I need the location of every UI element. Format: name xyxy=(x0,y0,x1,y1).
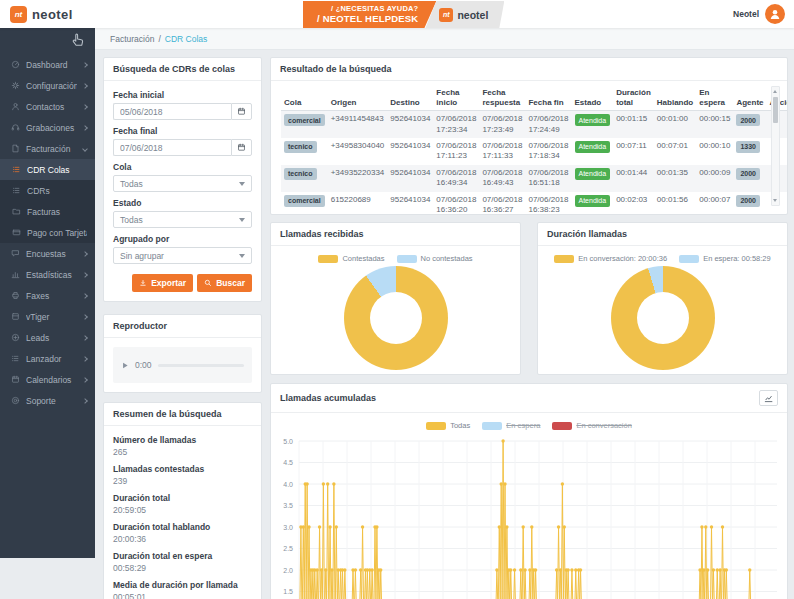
stat-label: Duración total xyxy=(113,493,252,503)
scrollbar-thumb[interactable] xyxy=(773,97,778,123)
brand-name: neotel xyxy=(32,7,73,22)
cell-fecha-respuesta: 07/06/201817:23:49 xyxy=(479,111,525,138)
column-header-fecha-inicio: Fecha inicio xyxy=(433,85,479,111)
fecha-inicial-calendar-button[interactable] xyxy=(231,103,252,120)
field-label-agrupado-por: Agrupado por xyxy=(113,234,252,244)
scroll-down-icon[interactable] xyxy=(773,199,777,202)
cell-origen: +34911454843 xyxy=(328,111,388,138)
legend-item-en-conversacion-20-00-36[interactable]: En conversación: 20:00:36 xyxy=(554,254,667,263)
play-icon[interactable] xyxy=(121,356,129,374)
legend-item-en-conversacion[interactable]: En conversación xyxy=(552,421,631,430)
legend-swatch xyxy=(397,255,417,263)
export-button[interactable]: Exportar xyxy=(132,274,193,292)
chevron-right-icon xyxy=(82,398,88,404)
sidebar-item-encuestas[interactable]: Encuestas xyxy=(0,243,95,264)
helpdesk-banner[interactable]: / ¿NECESITAS AYUDA? / NEOTEL HELPDESK nt… xyxy=(303,1,504,28)
chart-type-toggle-button[interactable] xyxy=(759,390,778,406)
agent-badge: 2000 xyxy=(736,195,760,207)
cell-duracion-total: 00:01:44 xyxy=(613,165,654,192)
legend-item-contestadas[interactable]: Contestadas xyxy=(318,254,384,263)
column-header-hablando: Hablando xyxy=(654,85,696,111)
legend-item-todas[interactable]: Todas xyxy=(426,421,470,430)
agrupado-por-select[interactable]: Sin agrupar xyxy=(113,247,252,264)
cell-destino: 952641034 xyxy=(387,192,433,215)
cell-fecha-inicio: 07/06/201816:36:20 xyxy=(433,192,479,215)
sidebar-item-calendarios[interactable]: Calendarios xyxy=(0,369,95,390)
user-menu[interactable]: Neotel xyxy=(733,0,785,28)
cola-select[interactable]: Todas xyxy=(113,175,252,192)
svg-text:2.5: 2.5 xyxy=(283,545,293,552)
table-row[interactable]: comercial61522068995264103407/06/201816:… xyxy=(281,192,788,215)
agent-badge: 2000 xyxy=(736,114,760,126)
sidebar-menu: DashboardConfiguraciónContactosGrabacion… xyxy=(0,54,95,411)
helpdesk-banner-brand: nt neotel xyxy=(425,1,504,28)
table-scrollbar[interactable] xyxy=(771,86,780,206)
sidebar-item-leads[interactable]: Leads xyxy=(0,327,95,348)
chevron-right-icon xyxy=(82,125,88,131)
fecha-final-calendar-button[interactable] xyxy=(231,139,252,156)
audio-player: 0:00 xyxy=(113,347,252,383)
top-header: nt neotel / ¿NECESITAS AYUDA? / NEOTEL H… xyxy=(0,0,794,28)
hand-pointer-icon[interactable] xyxy=(71,32,86,51)
sidebar-item-cdr-colas[interactable]: CDR Colas xyxy=(0,159,95,180)
cell-duracion-total: 00:01:15 xyxy=(613,111,654,138)
summary-panel-title: Resumen de la búsqueda xyxy=(113,409,222,419)
search-button[interactable]: Buscar xyxy=(197,274,252,292)
stat-duracion-total-en-espera: Duración total en espera00:58:29 xyxy=(113,551,252,573)
fecha-inicial-input[interactable] xyxy=(113,103,231,120)
stat-value: 00:05:01 xyxy=(113,592,252,599)
user-name: Neotel xyxy=(733,9,759,19)
table-row[interactable]: tecnico+3495830404095264103407/06/201817… xyxy=(281,138,788,165)
brand-logo[interactable]: nt neotel xyxy=(10,0,73,28)
sidebar-item-facturas[interactable]: Facturas xyxy=(0,201,95,222)
chevron-down-icon xyxy=(82,146,88,152)
sidebar-item-facturacion[interactable]: Facturación xyxy=(0,138,95,159)
sidebar-item-soporte[interactable]: Soporte xyxy=(0,390,95,411)
selected-value: Todas xyxy=(120,215,143,225)
legend-swatch xyxy=(426,422,446,430)
caret-down-icon xyxy=(239,182,245,186)
sidebar-item-configuracion[interactable]: Configuración xyxy=(0,75,95,96)
column-header-cola: Cola xyxy=(281,85,328,111)
sidebar-item-dashboard[interactable]: Dashboard xyxy=(0,54,95,75)
chevron-right-icon xyxy=(82,356,88,362)
legend-item-no-contestadas[interactable]: No contestadas xyxy=(397,254,473,263)
breadcrumb-section[interactable]: Facturación xyxy=(110,34,154,44)
sidebar-item-faxes[interactable]: Faxes xyxy=(0,285,95,306)
sidebar-item-label: Calendarios xyxy=(26,375,77,385)
legend-label: En conversación: 20:00:36 xyxy=(578,254,667,263)
stat-value: 00:58:29 xyxy=(113,563,252,573)
search-icon xyxy=(204,279,212,287)
sidebar-item-lanzador[interactable]: Lanzador xyxy=(0,348,95,369)
agent-badge: 1330 xyxy=(736,141,760,153)
fecha-final-input[interactable] xyxy=(113,139,231,156)
sidebar-item-cdrs[interactable]: CDRs xyxy=(0,180,95,201)
field-label-fecha-final: Fecha final xyxy=(113,126,252,136)
estado-select[interactable]: Todas xyxy=(113,211,252,228)
legend-label: Todas xyxy=(450,421,470,430)
legend-swatch xyxy=(318,255,338,263)
table-row[interactable]: tecnico+3493522033495264103407/06/201816… xyxy=(281,165,788,192)
legend-item-en-espera-00-58-29[interactable]: En espera: 00:58:29 xyxy=(679,254,771,263)
svg-text:3.5: 3.5 xyxy=(283,502,293,509)
stat-label: Media de duración por llamada xyxy=(113,580,252,590)
table-row[interactable]: comercial+3491145484395264103407/06/2018… xyxy=(281,111,788,138)
sidebar-item-estadisticas[interactable]: Estadísticas xyxy=(0,264,95,285)
legend-swatch xyxy=(554,255,574,263)
player-track[interactable] xyxy=(158,364,244,367)
breadcrumb-current: CDR Colas xyxy=(165,34,208,44)
stat-label: Duración total en espera xyxy=(113,551,252,561)
search-panel: Búsqueda de CDRs de colas Fecha inicialF… xyxy=(103,57,262,302)
scroll-up-icon[interactable] xyxy=(773,90,777,93)
sidebar-item-pago-con-tarjeta[interactable]: Pago con Tarjeta xyxy=(0,222,95,243)
sidebar-item-grabaciones[interactable]: Grabaciones xyxy=(0,117,95,138)
sidebar-item-contactos[interactable]: Contactos xyxy=(0,96,95,117)
legend-item-en-espera[interactable]: En espera xyxy=(482,421,540,430)
sidebar-item-vtiger[interactable]: vTiger xyxy=(0,306,95,327)
chevron-right-icon xyxy=(82,62,88,68)
app-window: nt neotel / ¿NECESITAS AYUDA? / NEOTEL H… xyxy=(0,0,794,599)
folder-icon xyxy=(12,207,21,216)
stat-label: Llamadas contestadas xyxy=(113,464,252,474)
accumulated-calls-panel: Llamadas acumuladas TodasEn esperaEn con… xyxy=(270,383,788,599)
gear-icon xyxy=(11,81,20,90)
